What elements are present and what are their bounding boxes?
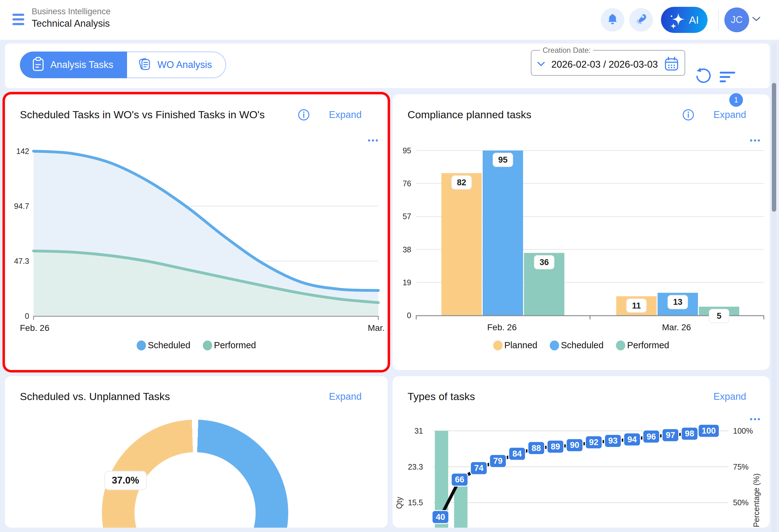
svg-text:89: 89	[551, 442, 560, 451]
app-title: Business Intelligence	[32, 7, 111, 16]
avatar[interactable]: JC	[724, 7, 749, 32]
tab-wo-analysis[interactable]: WO Analysis	[127, 52, 227, 78]
svg-text:66: 66	[455, 475, 464, 484]
svg-text:Feb. 26: Feb. 26	[487, 323, 517, 332]
card-compliance-planned-tasks: Compliance planned tasks Expand ••• 0193…	[393, 94, 770, 370]
legend-item[interactable]: Performed	[616, 340, 669, 350]
legend-item[interactable]: Performed	[203, 340, 256, 350]
notifications-button[interactable]	[601, 8, 624, 32]
legend-label: Planned	[504, 340, 537, 350]
ai-button-label: AI	[689, 14, 699, 26]
svg-text:79: 79	[493, 456, 502, 466]
card-scheduled-vs-unplanned: Scheduled vs. Unplanned Tasks Expand 37.…	[5, 376, 387, 528]
bell-icon	[606, 13, 619, 27]
svg-text:94.7: 94.7	[14, 202, 29, 210]
filter-lines-icon	[719, 70, 736, 86]
svg-text:98: 98	[685, 429, 694, 438]
header-divider	[718, 9, 719, 30]
svg-text:Mar. 26: Mar. 26	[368, 323, 387, 333]
card-scheduled-vs-finished: Scheduled Tasks in WO's vs Finished Task…	[5, 94, 387, 370]
svg-text:100: 100	[702, 426, 716, 436]
chart-legend: ScheduledPerformed	[5, 340, 387, 350]
legend-dot-icon	[550, 340, 559, 350]
legend-dot-icon	[137, 340, 146, 350]
launcher-button[interactable]	[629, 8, 653, 32]
chevron-down-icon[interactable]	[752, 16, 761, 23]
svg-text:19: 19	[403, 278, 411, 287]
refresh-icon	[694, 67, 711, 86]
svg-text:84: 84	[513, 449, 522, 458]
svg-text:50%: 50%	[733, 498, 748, 507]
work-order-icon	[137, 57, 152, 73]
top-header: Business Intelligence Technical Analysis	[0, 0, 779, 40]
card-types-of-tasks: Types of tasks Expand ••• 31100%23.375%1…	[393, 376, 770, 528]
refresh-button[interactable]	[690, 64, 715, 89]
legend-label: Performed	[214, 340, 256, 350]
creation-date-label: Creation Date:	[540, 46, 593, 55]
tab-analysis-tasks[interactable]: Analysis Tasks	[20, 52, 127, 78]
sparkle-icon	[669, 12, 688, 31]
svg-text:31: 31	[414, 426, 423, 435]
chevron-down-icon[interactable]	[537, 61, 545, 68]
creation-date-field[interactable]: Creation Date: 2026-02-03 / 2026-03-03	[531, 46, 685, 76]
creation-date-value[interactable]: 2026-02-03 / 2026-03-03	[545, 59, 664, 70]
card-title: Scheduled vs. Unplanned Tasks	[20, 391, 170, 403]
svg-text:97: 97	[666, 430, 675, 440]
svg-text:92: 92	[589, 438, 599, 447]
legend-item[interactable]: Scheduled	[550, 340, 603, 350]
svg-text:Feb. 26: Feb. 26	[20, 323, 49, 333]
hamburger-menu-icon[interactable]	[12, 14, 25, 26]
page-title: Technical Analysis	[32, 18, 110, 29]
svg-text:88: 88	[531, 444, 541, 453]
svg-text:142: 142	[16, 147, 29, 155]
legend-label: Performed	[627, 340, 669, 350]
svg-text:5: 5	[717, 311, 721, 321]
chart-legend: PlannedScheduledPerformed	[393, 340, 770, 350]
filter-button[interactable]	[715, 65, 740, 90]
calendar-icon[interactable]	[664, 56, 679, 73]
svg-text:57: 57	[403, 212, 411, 221]
svg-text:Percentage (%): Percentage (%)	[752, 473, 761, 527]
svg-text:74: 74	[474, 463, 483, 473]
svg-text:23.3: 23.3	[408, 462, 423, 471]
tab-wo-analysis-label: WO Analysis	[158, 59, 212, 70]
donut-hole	[134, 452, 256, 528]
svg-text:36: 36	[540, 258, 549, 267]
filter-toolbar: Analysis Tasks WO Analysis Creation Date…	[5, 44, 770, 88]
svg-text:96: 96	[647, 432, 656, 441]
svg-text:Mar. 26: Mar. 26	[662, 323, 691, 332]
legend-item[interactable]: Planned	[493, 340, 537, 350]
svg-text:40: 40	[436, 513, 445, 522]
svg-text:0: 0	[25, 312, 29, 320]
svg-text:90: 90	[570, 441, 579, 450]
legend-dot-icon	[203, 340, 212, 350]
svg-text:95: 95	[403, 146, 411, 155]
svg-text:100%: 100%	[733, 426, 753, 435]
svg-text:0: 0	[407, 311, 411, 320]
scrollbar-thumb[interactable]	[772, 83, 776, 212]
svg-text:95: 95	[498, 155, 507, 164]
bar-chart: 0193857769582953611135Feb. 26Mar. 26	[393, 94, 770, 336]
clipboard-icon	[32, 57, 45, 73]
svg-text:11: 11	[632, 301, 641, 310]
svg-text:75%: 75%	[733, 462, 748, 471]
ai-assistant-button[interactable]: AI	[661, 7, 708, 33]
svg-text:47.3: 47.3	[14, 257, 29, 265]
svg-text:76: 76	[403, 179, 411, 188]
dashboard-page: Business Intelligence Technical Analysis	[0, 0, 779, 532]
tab-analysis-tasks-label: Analysis Tasks	[50, 59, 113, 70]
expand-button[interactable]: Expand	[329, 391, 362, 402]
rocket-icon	[634, 12, 648, 27]
donut-slice-label: 37.0%	[105, 472, 146, 489]
legend-item[interactable]: Scheduled	[137, 340, 190, 350]
area-chart: 047.394.7142Feb. 26Mar. 26	[5, 94, 387, 336]
pareto-chart: 31100%23.375%15.550%QtyPercentage (%)406…	[393, 376, 770, 528]
svg-text:15.5: 15.5	[408, 498, 423, 507]
legend-dot-icon	[616, 340, 625, 350]
svg-text:93: 93	[608, 436, 617, 446]
svg-text:13: 13	[673, 297, 682, 307]
avatar-initials: JC	[731, 14, 743, 25]
legend-label: Scheduled	[561, 340, 603, 350]
legend-label: Scheduled	[148, 340, 190, 350]
legend-dot-icon	[493, 340, 502, 350]
